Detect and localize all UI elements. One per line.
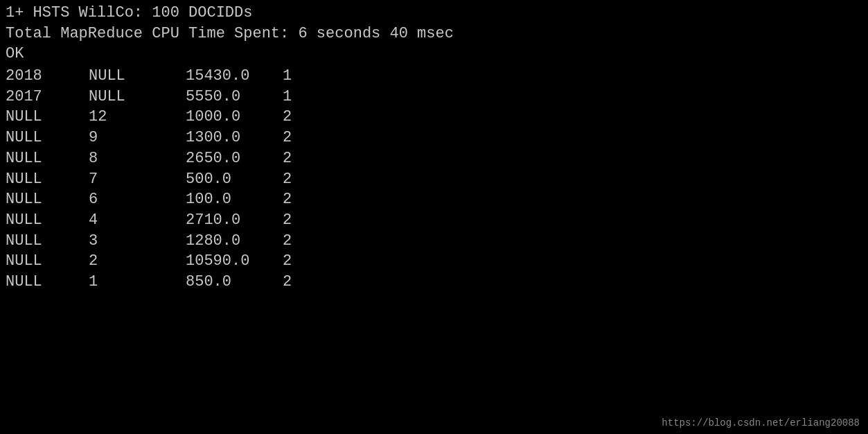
cell-col3: 500.0: [186, 169, 283, 190]
cell-col3: 2710.0: [186, 210, 283, 231]
cell-col2: 7: [89, 169, 186, 190]
cell-col2: 1: [89, 272, 186, 293]
cell-col3: 1000.0: [186, 107, 283, 128]
table-row: NULL121000.02: [6, 107, 862, 128]
table-row: 2018NULL15430.01: [6, 66, 862, 87]
cell-col1: NULL: [6, 189, 89, 210]
cell-col3: 2650.0: [186, 148, 283, 169]
table-row: NULL7500.02: [6, 169, 862, 190]
cell-col3: 850.0: [186, 272, 283, 293]
cell-col2: NULL: [89, 87, 186, 107]
cell-col3: 10590.0: [186, 251, 283, 272]
cell-col1: NULL: [6, 107, 89, 128]
cell-col3: 5550.0: [186, 87, 283, 107]
cell-col3: 1300.0: [186, 128, 283, 148]
table-row: NULL6100.02: [6, 189, 862, 210]
cell-col2: 12: [89, 107, 186, 128]
table-row: NULL42710.02: [6, 210, 862, 231]
cell-col2: 8: [89, 148, 186, 169]
table-row: NULL91300.02: [6, 128, 862, 148]
cell-col2: 6: [89, 189, 186, 210]
cell-col4: 2: [283, 231, 292, 252]
cell-col3: 15430.0: [186, 66, 283, 87]
table-row: 2017NULL5550.01: [6, 87, 862, 107]
cell-col3: 100.0: [186, 189, 283, 210]
cell-col1: NULL: [6, 169, 89, 190]
cell-col4: 1: [283, 66, 292, 87]
cell-col1: 2017: [6, 87, 89, 107]
cell-col4: 2: [283, 128, 292, 148]
cell-col1: NULL: [6, 272, 89, 293]
watermark: https://blog.csdn.net/erliang20088: [662, 417, 860, 428]
cell-col4: 2: [283, 272, 292, 293]
cell-col4: 2: [283, 251, 292, 272]
table-row: NULL210590.02: [6, 251, 862, 272]
cell-col4: 2: [283, 107, 292, 128]
cell-col1: NULL: [6, 251, 89, 272]
cell-col2: 2: [89, 251, 186, 272]
cell-col2: 4: [89, 210, 186, 231]
cell-col1: NULL: [6, 148, 89, 169]
cell-col2: 3: [89, 231, 186, 252]
cell-col4: 1: [283, 87, 292, 107]
cell-col4: 2: [283, 189, 292, 210]
cell-col4: 2: [283, 210, 292, 231]
terminal-output: 1+ HSTS WillCo: 100 DOCIDDs Total MapRed…: [6, 3, 862, 293]
partial-line: 1+ HSTS WillCo: 100 DOCIDDs: [6, 3, 862, 24]
ok-line: OK: [6, 44, 862, 64]
cell-col1: 2018: [6, 66, 89, 87]
data-table: 2018NULL15430.012017NULL5550.01NULL12100…: [6, 66, 862, 293]
table-row: NULL1850.02: [6, 272, 862, 293]
cell-col4: 2: [283, 169, 292, 190]
cell-col4: 2: [283, 148, 292, 169]
cell-col3: 1280.0: [186, 231, 283, 252]
table-row: NULL82650.02: [6, 148, 862, 169]
cell-col1: NULL: [6, 231, 89, 252]
cell-col1: NULL: [6, 210, 89, 231]
table-row: NULL31280.02: [6, 231, 862, 252]
cell-col1: NULL: [6, 128, 89, 148]
cell-col2: 9: [89, 128, 186, 148]
cpu-time-line: Total MapReduce CPU Time Spent: 6 second…: [6, 24, 862, 44]
cell-col2: NULL: [89, 66, 186, 87]
